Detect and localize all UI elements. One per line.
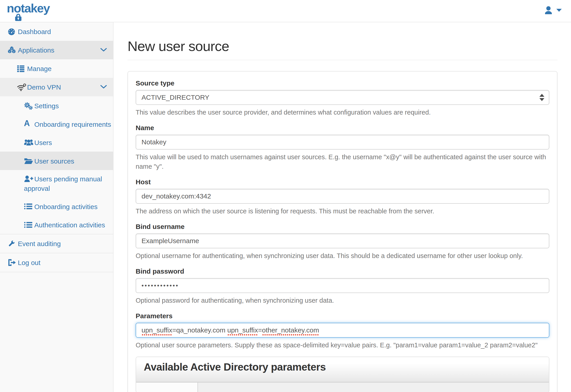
source-type-group: Source type ACTIVE_DIRECTORY This value … [136, 79, 549, 117]
parameters-segment: other_notakey.com [262, 326, 319, 336]
source-type-label: Source type [136, 79, 549, 87]
page-title: New user source [128, 39, 557, 60]
sidebar-item-label: Log out [18, 259, 40, 266]
bind-password-help: Optional password for authenticating, wh… [136, 296, 549, 305]
bind-username-group: Bind username Optional username for auth… [136, 223, 549, 261]
sidebar-item-applications[interactable]: Applications [0, 41, 113, 59]
th-list-icon [17, 59, 27, 77]
new-user-source-form: Source type ACTIVE_DIRECTORY This value … [128, 71, 557, 392]
sidebar-item-label: User sources [34, 157, 74, 165]
sidebar-item-demo-vpn[interactable]: Demo VPN [0, 78, 113, 96]
sidebar-item-label: Settings [34, 102, 59, 110]
chevron-down-icon [100, 41, 107, 59]
sidebar-item-label: Dashboard [18, 28, 51, 35]
font-icon: A [24, 114, 34, 133]
main-content: New user source Source type ACTIVE_DIREC… [114, 22, 571, 392]
ad-parameters-heading: Available Active Directory parameters [136, 357, 549, 382]
user-plus-icon [24, 174, 34, 183]
list-ul-icon [24, 197, 34, 215]
sidebar-item-settings[interactable]: Settings [0, 96, 113, 115]
bind-username-label: Bind username [136, 223, 549, 231]
sidebar-item-log-out[interactable]: Log out [0, 253, 113, 272]
sidebar-item-user-sources[interactable]: User sources [0, 152, 113, 170]
sidebar-nav: DashboardApplicationsManageDemo VPNSetti… [0, 22, 114, 392]
sidebar-item-users[interactable]: Users [0, 133, 113, 152]
caret-down-icon [556, 8, 562, 13]
parameters-label: Parameters [136, 312, 549, 320]
list-ul-icon [24, 215, 34, 233]
padlock-icon [14, 10, 22, 24]
name-help: This value will be used to match usernam… [136, 152, 549, 171]
bind-username-input[interactable] [136, 233, 549, 248]
chevron-down-icon [100, 78, 107, 96]
sidebar-item-label: Demo VPN [27, 84, 61, 91]
bind-password-input[interactable] [136, 278, 549, 293]
table-cell [198, 382, 549, 392]
cubes-icon [7, 41, 18, 59]
parameters-group: Parameters upn_suffix=qa_notakey.com upn… [136, 312, 549, 350]
name-group: Name This value will be used to match us… [136, 124, 549, 171]
parameters-segment: upn_suffix [227, 326, 258, 336]
notakey-logo: notakey [7, 1, 50, 15]
table-cell [136, 382, 198, 392]
bind-username-help: Optional username for authenticating, wh… [136, 251, 549, 261]
sidebar-item-label: Users [34, 139, 52, 146]
bind-password-group: Bind password Optional password for auth… [136, 267, 549, 305]
sidebar-item-label: Applications [18, 46, 54, 54]
parameters-segment: =qa_notakey.com [172, 326, 227, 334]
sidebar-item-onboarding-activities[interactable]: Onboarding activities [0, 197, 113, 216]
sidebar-item-label: Event auditing [18, 240, 61, 247]
parameters-input[interactable]: upn_suffix=qa_notakey.com upn_suffix=oth… [136, 323, 549, 338]
source-type-select[interactable]: ACTIVE_DIRECTORY [136, 90, 549, 105]
ad-parameters-title: Available Active Directory parameters [144, 361, 541, 373]
sidebar-item-users-pending-manual-approval[interactable]: Users pending manual approval [0, 170, 113, 197]
dashboard-icon [7, 22, 18, 40]
sidebar-item-manage[interactable]: Manage [0, 59, 113, 78]
sidebar-item-label: Users pending manual approval [24, 175, 102, 192]
parameters-help: Optional user source parameters. Supply … [136, 340, 549, 350]
source-type-value: ACTIVE_DIRECTORY [142, 94, 209, 101]
sidebar-item-label: Onboarding activities [34, 203, 98, 210]
sidebar-item-label: Authentication activities [34, 221, 105, 229]
ad-parameters-panel: Available Active Directory parameters [136, 357, 549, 392]
parameters-value: upn_suffix=qa_notakey.com upn_suffix=oth… [142, 326, 319, 334]
topbar: notakey [0, 0, 571, 22]
wifi-icon [17, 78, 27, 96]
parameters-segment: upn_suffix [142, 326, 172, 336]
sidebar-item-event-auditing[interactable]: Event auditing [0, 234, 113, 253]
sidebar-item-onboarding-requirements[interactable]: AOnboarding requirements [0, 115, 113, 133]
host-label: Host [136, 178, 549, 186]
folder-open-icon [24, 152, 34, 169]
sidebar-item-label: Manage [27, 65, 51, 72]
wrench-icon [7, 234, 18, 252]
users-icon [24, 133, 34, 151]
name-label: Name [136, 124, 549, 132]
user-menu[interactable] [544, 6, 562, 15]
parameters-segment: = [258, 326, 262, 334]
select-arrows-icon [539, 94, 544, 101]
bind-password-label: Bind password [136, 267, 549, 275]
table-row [136, 382, 549, 392]
sidebar-item-authentication-activities[interactable]: Authentication activities [0, 215, 113, 234]
sidebar-item-label: Onboarding requirements [34, 120, 111, 128]
host-input[interactable] [136, 189, 549, 204]
logo-text: notakey [7, 1, 50, 15]
source-type-help: This value describes the user source pro… [136, 108, 549, 117]
user-icon [544, 6, 553, 15]
sidebar-item-dashboard[interactable]: Dashboard [0, 22, 113, 41]
gears-icon [24, 96, 34, 114]
host-help: The address on which the user source is … [136, 206, 549, 216]
name-input[interactable] [136, 135, 549, 150]
host-group: Host The address on which the user sourc… [136, 178, 549, 216]
sign-out-icon [7, 253, 18, 271]
